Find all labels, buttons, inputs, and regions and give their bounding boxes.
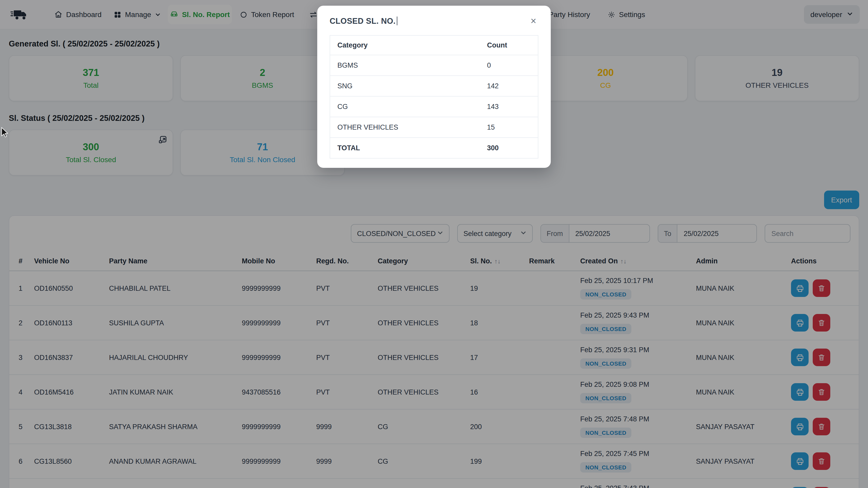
app-window: Dashboard Manage Sl. No. Report Token Re… bbox=[0, 0, 868, 488]
modal-header: CLOSED SL. NO. × bbox=[330, 15, 538, 27]
modal-col-category: Category bbox=[330, 35, 480, 55]
modal-table-row: OTHER VEHICLES 15 bbox=[330, 117, 538, 138]
text-caret bbox=[397, 17, 397, 25]
modal-table-row: CG 143 bbox=[330, 96, 538, 117]
modal-table-row: SNG 142 bbox=[330, 76, 538, 96]
modal-table-total-row: TOTAL 300 bbox=[330, 138, 538, 158]
close-icon[interactable]: × bbox=[529, 15, 538, 27]
closed-sl-no-modal: CLOSED SL. NO. × Category Count BGMS 0 S… bbox=[317, 6, 551, 168]
modal-col-count: Count bbox=[480, 35, 538, 55]
modal-table-header: Category Count bbox=[330, 35, 538, 55]
modal-table: Category Count BGMS 0 SNG 142 CG 143 bbox=[330, 35, 538, 159]
modal-table-row: BGMS 0 bbox=[330, 55, 538, 76]
modal-title: CLOSED SL. NO. bbox=[330, 16, 397, 26]
